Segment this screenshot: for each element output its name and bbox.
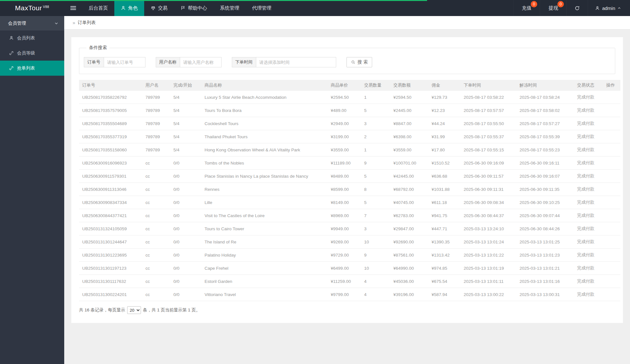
- col-status: 交易状态: [574, 80, 603, 91]
- col-amount: 交易数额: [390, 80, 428, 91]
- nav-item-system[interactable]: 系统管理: [214, 0, 246, 16]
- cell-status: 完成付款: [574, 222, 603, 235]
- sidebar-item-member-list[interactable]: 会员列表: [0, 30, 64, 46]
- link-icon: [9, 51, 14, 55]
- withdraw-badge: 0: [557, 1, 564, 7]
- cell-actions: [603, 117, 620, 130]
- user-icon: [121, 5, 126, 11]
- nav-item-roles[interactable]: 角色: [114, 0, 144, 16]
- page-size-select[interactable]: 20: [127, 306, 141, 314]
- cell-username: 789789: [142, 143, 170, 157]
- cell-username: cc: [142, 262, 170, 275]
- cell-done-start: 0/0: [170, 170, 201, 183]
- nav-item-agents[interactable]: 代理管理: [246, 0, 278, 16]
- user-menu[interactable]: admin: [588, 0, 630, 16]
- order-list-panel: 条件搜索 订单号 用户名称 下单时间 搜 索: [71, 37, 623, 323]
- cell-actions: [603, 91, 620, 104]
- cell-amount: ¥6398.00: [390, 130, 428, 143]
- cell-unfreeze-time: 2025-08-17 03:55:39: [516, 130, 574, 143]
- cell-unfreeze-time: 2025-03-13 13:01:16: [516, 275, 574, 288]
- cell-quantity: 9: [361, 249, 390, 262]
- cell-username: cc: [142, 275, 170, 288]
- cell-quantity: 4: [361, 288, 390, 301]
- cell-unfreeze-time: 2025-03-13 13:01:21: [516, 262, 574, 275]
- cell-commission: ¥31.99: [428, 130, 460, 143]
- cell-status: 完成付款: [574, 196, 603, 209]
- cell-unfreeze-time: 2025-06-30 09:10:25: [516, 196, 574, 209]
- order-time-field-group: 下单时间: [232, 57, 336, 67]
- cell-product-name: Luxury 5 Star Airlie Beach Accommodation: [201, 91, 328, 104]
- cell-commission: ¥675.54: [428, 275, 460, 288]
- username-input[interactable]: [180, 57, 222, 67]
- cell-status: 完成付款: [574, 91, 603, 104]
- link-icon: [9, 66, 14, 71]
- search-button[interactable]: 搜 索: [346, 57, 372, 67]
- sidebar-item-order-grab-list[interactable]: 抢单列表: [0, 61, 64, 76]
- cell-order-time: 2025-06-30 09:11:57: [460, 170, 516, 183]
- sidebar-toggle-button[interactable]: [64, 0, 82, 16]
- search-icon: [351, 60, 355, 64]
- order-no-input[interactable]: [104, 57, 145, 67]
- cell-unfreeze-time: 2025-03-13 13:01:25: [516, 235, 574, 249]
- cell-actions: [603, 170, 620, 183]
- cell-product-name: Thailand Phuket Tours: [201, 130, 328, 143]
- cell-actions: [603, 196, 620, 209]
- cell-order-no: UB2508170355158060: [79, 143, 142, 157]
- table-row: UB2503131301117632 cc 0/0 Estoril Garden…: [79, 275, 620, 288]
- cell-username: cc: [142, 196, 170, 209]
- recharge-button[interactable]: 充值 0: [513, 0, 540, 16]
- nav-item-dashboard[interactable]: 后台首页: [82, 0, 114, 16]
- cell-actions: [603, 288, 620, 301]
- cell-amount: ¥2594.50: [390, 91, 428, 104]
- cell-actions: [603, 209, 620, 222]
- cell-quantity: 5: [361, 104, 390, 117]
- cell-done-start: 5/4: [170, 130, 201, 143]
- cell-unfreeze-time: 2025-06-30 09:07:44: [516, 209, 574, 222]
- username: admin: [602, 5, 615, 11]
- cell-status: 完成付款: [574, 104, 603, 117]
- cell-unit-price: ¥9799.00: [328, 288, 361, 301]
- sidebar-item-member-level[interactable]: 会员等级: [0, 46, 64, 61]
- cell-commission: ¥1390.35: [428, 235, 460, 249]
- cell-commission: ¥636.68: [428, 170, 460, 183]
- cell-actions: [603, 104, 620, 117]
- cell-unit-price: ¥8599.00: [328, 183, 361, 196]
- loading-progress-bar: [0, 0, 427, 1]
- cell-amount: ¥68792.00: [390, 183, 428, 196]
- cell-order-no: UB2506300916096923: [79, 157, 142, 170]
- cell-commission: ¥1031.88: [428, 183, 460, 196]
- cell-commission: ¥1313.42: [428, 249, 460, 262]
- cell-unit-price: ¥2949.00: [328, 117, 361, 130]
- withdraw-button[interactable]: 提现 0: [540, 0, 566, 16]
- cell-unit-price: ¥9949.00: [328, 222, 361, 235]
- refresh-button[interactable]: [566, 0, 588, 16]
- cell-username: cc: [142, 235, 170, 249]
- cell-status: 完成付款: [574, 170, 603, 183]
- cell-order-no: UB2508170355377319: [79, 130, 142, 143]
- app-logo: MaxTourV88: [0, 0, 64, 16]
- cell-product-name: Vittoriano Travel: [201, 288, 328, 301]
- order-time-input[interactable]: [256, 57, 336, 67]
- nav-item-help-center[interactable]: 帮助中心: [174, 0, 214, 16]
- cell-unfreeze-time: 2025-03-13 13:00:31: [516, 288, 574, 301]
- sidebar-group-member-management[interactable]: 会员管理: [0, 16, 64, 30]
- nav-item-transactions[interactable]: 交易: [144, 0, 174, 16]
- cell-amount: ¥42445.00: [390, 170, 428, 183]
- cell-done-start: 5/4: [170, 104, 201, 117]
- user-icon: [9, 36, 14, 40]
- cell-commission: ¥611.18: [428, 196, 460, 209]
- cell-commission: ¥1510.52: [428, 157, 460, 170]
- hamburger-icon: [70, 6, 76, 10]
- cell-amount: ¥39196.00: [390, 288, 428, 301]
- cell-order-time: 2025-03-13 13:00:22: [460, 288, 516, 301]
- table-row: UB2508170355377319 789789 5/4 Thailand P…: [79, 130, 620, 143]
- cell-order-time: 2025-08-17 03:58:22: [460, 91, 516, 104]
- cell-order-no: UB2503131301117632: [79, 275, 142, 288]
- cell-done-start: 0/0: [170, 288, 201, 301]
- col-quantity: 交易数量: [361, 80, 390, 91]
- cell-unit-price: ¥8149.00: [328, 196, 361, 209]
- table-row: UB2503131301197123 cc 0/0 Cape Frehel ¥6…: [79, 262, 620, 275]
- flag-icon: [180, 5, 186, 11]
- table-row: UB2508170355158060 789789 5/4 Hong Kong …: [79, 143, 620, 157]
- cell-product-name: Estoril Garden: [201, 275, 328, 288]
